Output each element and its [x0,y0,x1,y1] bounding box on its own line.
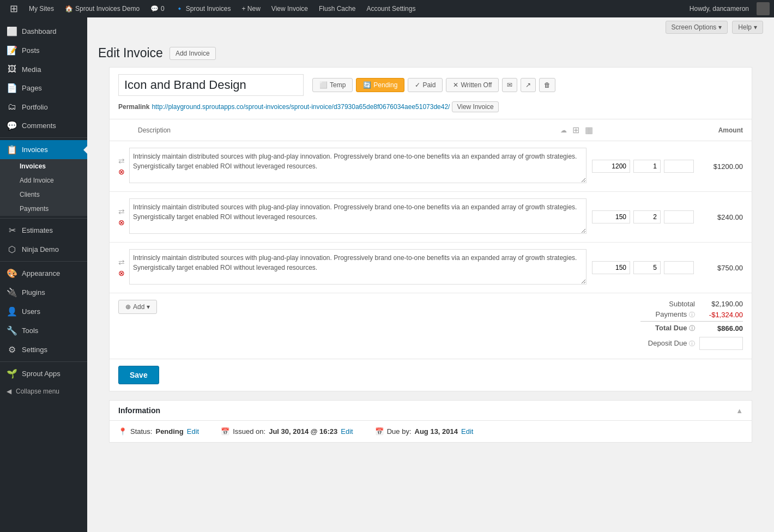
description-input[interactable]: Intrinsicly maintain distributed sources… [129,148,586,183]
sidebar-item-pages[interactable]: 📄 Pages [0,78,87,98]
plus-icon: ⊕ [125,303,131,311]
discount-input-wrapper [664,160,694,173]
export-button[interactable]: ↗ [521,78,536,92]
chevron-down-icon: ▾ [718,23,722,31]
tools-icon: 🔧 [7,325,17,336]
submenu-clients[interactable]: Clients [0,188,87,202]
sidebar-item-estimates[interactable]: ✂ Estimates [0,221,87,240]
qty-input-wrapper [633,160,661,173]
sidebar-item-comments[interactable]: 💬 Comments [0,116,87,135]
remove-icon[interactable]: ⊗ [118,218,125,227]
due-item: 📅 Due by: Aug 13, 2014 Edit [375,427,474,436]
view-invoice-adminbar[interactable]: View Invoice [266,0,313,17]
my-sites[interactable]: My Sites [23,0,59,17]
price-input[interactable] [592,160,630,173]
description-input[interactable]: Intrinsicly maintain distributed sources… [129,249,586,285]
wrap: Edit Invoice Add Invoice ⬜ Temp [87,37,774,460]
discount-input[interactable] [664,210,694,223]
permalink-url[interactable]: http://playground.sproutapps.co/sprout-i… [152,103,450,111]
sidebar-item-label: Tools [22,327,38,335]
sidebar-item-ninja-demo[interactable]: ⬡ Ninja Demo [0,240,87,259]
sidebar-item-portfolio[interactable]: 🗂 Portfolio [0,98,87,116]
cloud-icon: ☁ [560,126,567,134]
subtotal-label: Subtotal [640,300,695,308]
add-line-item-button[interactable]: ⊕ Add ▾ [118,300,157,314]
discount-input[interactable] [664,261,694,274]
submenu-add-invoice[interactable]: Add Invoice [0,173,87,188]
screen-options-button[interactable]: Screen Options ▾ [666,21,728,34]
sidebar-item-sprout-apps[interactable]: 🌱 Sprout Apps [0,364,87,383]
line-items-container: ⇄ ⊗ Intrinsicly maintain distributed sou… [110,141,752,293]
wp-logo[interactable]: ⊞ [4,0,23,17]
submenu-invoices[interactable]: Invoices [0,159,87,173]
invoice-title-input[interactable] [118,74,304,96]
refresh-icon: 🔄 [363,81,371,89]
sidebar-item-label: Users [22,307,40,316]
line-item-amount: $240.00 [699,213,743,221]
status-edit-link[interactable]: Edit [187,427,199,436]
due-edit-link[interactable]: Edit [461,427,473,436]
written-off-button[interactable]: ✕ Written Off [446,78,499,92]
deposit-input[interactable] [699,337,743,350]
appearance-icon: 🎨 [7,268,17,279]
issued-edit-link[interactable]: Edit [341,427,353,436]
sidebar-item-label: Comments [22,122,56,130]
site-name[interactable]: 🏠 Sprout Invoices Demo [59,0,145,17]
screen-options-bar: Screen Options ▾ Help ▾ [87,17,774,37]
price-input[interactable] [592,261,630,274]
due-value: Aug 13, 2014 [415,427,458,436]
discount-input[interactable] [664,160,694,173]
qty-input[interactable] [633,210,661,223]
sidebar-item-dashboard[interactable]: ⬜ Dashboard [0,22,87,41]
sidebar-item-label: Pages [22,84,42,92]
discount-input-wrapper [664,261,694,274]
status-icon: 📍 [118,427,127,436]
help-button[interactable]: Help ▾ [732,21,763,34]
paid-button[interactable]: ✓ Paid [408,78,443,92]
remove-icon[interactable]: ⊗ [118,269,125,277]
price-input[interactable] [592,210,630,223]
house-icon: 🏠 [65,5,73,13]
information-title: Information [118,406,160,415]
collapse-menu[interactable]: ◀ Collapse menu [0,383,87,400]
sidebar-item-settings[interactable]: ⚙ Settings [0,340,87,359]
qty-input[interactable] [633,160,661,173]
invoices-submenu: Invoices Add Invoice Clients Payments [0,159,87,216]
collapse-info-icon[interactable]: ▲ [736,407,743,415]
qty-input[interactable] [633,261,661,274]
qty-input-wrapper [633,261,661,274]
sprout-invoices-menu[interactable]: 🔹 Sprout Invoices [170,0,237,17]
pending-button[interactable]: 🔄 Pending [356,78,404,92]
permalink-row: Permalink http://playground.sproutapps.c… [118,101,743,112]
price-input-wrapper [592,261,630,274]
submenu-payments[interactable]: Payments [0,202,87,216]
delete-button[interactable]: 🗑 [539,78,555,92]
permalink-label: Permalink [118,103,149,111]
comments-btn[interactable]: 💬 0 [145,0,170,17]
email-button[interactable]: ✉ [502,78,517,92]
sidebar-item-appearance[interactable]: 🎨 Appearance [0,264,87,283]
sidebar-item-users[interactable]: 👤 Users [0,302,87,321]
shuffle-icon[interactable]: ⇄ [118,156,125,165]
save-button[interactable]: Save [118,366,159,384]
sidebar-item-invoices[interactable]: 📋 Invoices [0,140,87,159]
sidebar-item-media[interactable]: 🖼 Media [0,60,87,78]
temp-button[interactable]: ⬜ Temp [312,78,353,92]
add-invoice-button[interactable]: Add Invoice [170,47,216,60]
totals-panel: Subtotal $2,190.00 Payments ⓘ -$1,324.00 [640,300,743,352]
trash-icon: 🗑 [544,81,551,89]
status-value: Pending [155,427,183,436]
view-invoice-button[interactable]: View Invoice [452,101,498,112]
flush-cache[interactable]: Flush Cache [313,0,361,17]
shuffle-icon[interactable]: ⇄ [118,258,125,267]
account-settings[interactable]: Account Settings [361,0,421,17]
shuffle-icon[interactable]: ⇄ [118,207,125,216]
new-menu[interactable]: + New [236,0,265,17]
sidebar-item-plugins[interactable]: 🔌 Plugins [0,283,87,302]
sidebar-item-posts[interactable]: 📝 Posts [0,41,87,60]
description-input[interactable]: Intrinsicly maintain distributed sources… [129,198,586,234]
remove-icon[interactable]: ⊗ [118,167,125,176]
payments-label: Payments ⓘ [640,310,695,319]
portfolio-icon: 🗂 [7,102,17,112]
sidebar-item-tools[interactable]: 🔧 Tools [0,321,87,340]
